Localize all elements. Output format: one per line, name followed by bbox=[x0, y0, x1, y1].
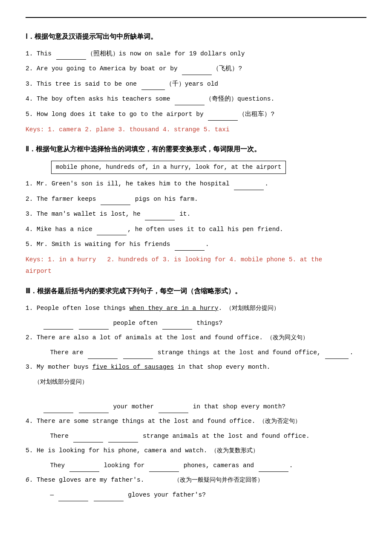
blank-2-5 bbox=[175, 250, 205, 251]
question-2-5: 5. Mr. Smith is waiting for his friends … bbox=[26, 239, 366, 251]
blank-3-2b bbox=[123, 358, 153, 359]
blank-3-6a bbox=[58, 501, 88, 501]
answer-3-6: — gloves your father's? bbox=[43, 489, 366, 501]
blank-3-2a bbox=[88, 358, 118, 359]
section-1-title: Ⅰ．根据句意及汉语提示写出句中所缺单词。 bbox=[26, 31, 366, 43]
question-3-1: 1. People often lose things when they ar… bbox=[26, 303, 366, 315]
section-1-keys: Keys: 1. camera 2. plane 3. thousand 4. … bbox=[26, 124, 366, 136]
section-2-title: Ⅱ．根据句意从方框中选择恰当的词填空，有的需要变换形式，每词限用一次。 bbox=[26, 143, 366, 156]
section-3-title: Ⅲ．根据各题后括号内的要求完成下列句子，每空一词（含缩略形式）。 bbox=[26, 285, 366, 298]
question-2-2: 2. The farmer keeps pigs on his farm. bbox=[26, 194, 366, 205]
answer-3-4: There strange animals at the lost and fo… bbox=[43, 431, 366, 442]
underline-3-3: five kilos of sausages bbox=[92, 364, 174, 370]
blank-1-5 bbox=[208, 120, 238, 121]
underline-3-1: when they are in a hurry bbox=[130, 305, 219, 312]
section-2-keys: Keys: 1. in a hurry 2. hundreds of 3. is… bbox=[26, 254, 366, 278]
blank-2-1 bbox=[234, 190, 264, 190]
blank-3-3c bbox=[159, 413, 188, 413]
word-box: mobile phone, hundreds of, in a hurry, l… bbox=[51, 161, 286, 174]
top-border bbox=[26, 17, 366, 18]
question-2-3: 3. The man's wallet is lost, he it. bbox=[26, 208, 366, 220]
blank-2-3 bbox=[145, 220, 175, 220]
question-2-1: 1. Mr. Green's son is ill, he takes him … bbox=[26, 178, 366, 190]
blank-3-1a bbox=[43, 329, 73, 330]
question-1-5: 5. How long does it take to go to the ai… bbox=[26, 109, 366, 121]
blank-1-3 bbox=[141, 90, 165, 90]
question-3-4: 4. There are some strange things at the … bbox=[26, 416, 366, 428]
blank-1-4 bbox=[175, 105, 205, 105]
blank-1-2 bbox=[182, 75, 212, 75]
section-2: Ⅱ．根据句意从方框中选择恰当的词填空，有的需要变换形式，每词限用一次。 mobi… bbox=[26, 143, 366, 278]
question-1-4: 4. The boy often asks his teachers some … bbox=[26, 93, 366, 105]
question-1-1: 1. This （照相机）is now on sale for 19 dolla… bbox=[26, 48, 366, 60]
blank-1-1 bbox=[56, 59, 86, 60]
blank-3-2c bbox=[325, 358, 349, 359]
blank-3-6b bbox=[94, 501, 124, 501]
blank-2-2 bbox=[101, 205, 130, 205]
blank-3-3b bbox=[79, 413, 109, 413]
blank-3-1c bbox=[162, 329, 192, 330]
question-1-3: 3. This tree is said to be one （千）years … bbox=[26, 78, 366, 90]
blank-3-4a bbox=[73, 442, 103, 442]
blank-3-5c bbox=[259, 471, 288, 472]
answer-3-2: There are strange things at the lost and… bbox=[43, 347, 366, 359]
question-3-2: 2. There are also a lot of animals at th… bbox=[26, 332, 366, 344]
blank-3-3a bbox=[43, 413, 73, 413]
answer-3-3: your mother in that shop every month? bbox=[43, 401, 366, 413]
answer-3-5: They looking for phones, cameras and . bbox=[43, 460, 366, 472]
blank-2-4 bbox=[97, 235, 127, 235]
question-3-3: 3. My mother buys five kilos of sausages… bbox=[26, 361, 366, 373]
question-1-2: 2. Are you going to America by boat or b… bbox=[26, 63, 366, 75]
blank-3-1b bbox=[79, 329, 109, 330]
blank-3-5b bbox=[149, 471, 179, 472]
question-3-3-note: （对划线部分提问） bbox=[34, 376, 366, 388]
blank-3-5a bbox=[69, 471, 99, 472]
answer-3-1: people often things? bbox=[43, 318, 366, 330]
question-3-6: 6. These gloves are my father's. （改为一般疑问… bbox=[26, 474, 366, 486]
blank-3-4b bbox=[108, 442, 138, 442]
section-1: Ⅰ．根据句意及汉语提示写出句中所缺单词。 1. This （照相机）is now… bbox=[26, 31, 366, 136]
section-3: Ⅲ．根据各题后括号内的要求完成下列句子，每空一词（含缩略形式）。 1. Peop… bbox=[26, 285, 366, 501]
question-2-4: 4. Mike has a nice , he often uses it to… bbox=[26, 224, 366, 236]
question-3-5: 5. He is looking for his phone, camera a… bbox=[26, 445, 366, 457]
